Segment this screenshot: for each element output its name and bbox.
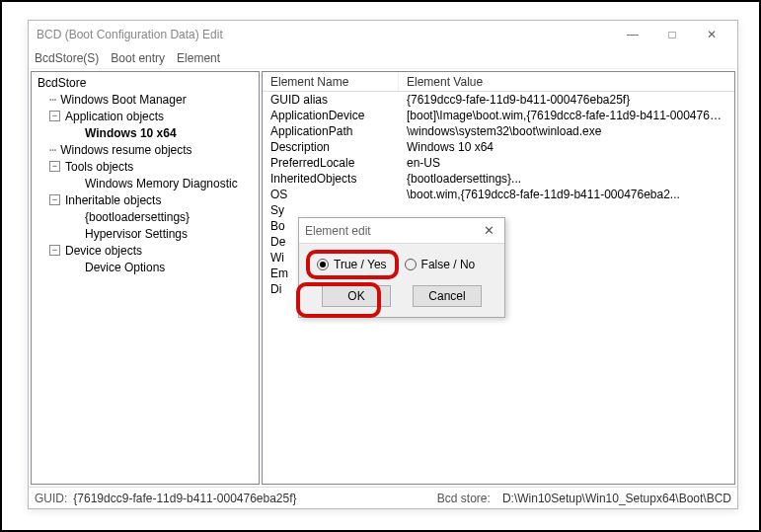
maximize-button[interactable]: □	[652, 23, 692, 46]
tree-wrobj[interactable]: Windows resume objects	[58, 143, 193, 157]
status-guid-value: {7619dcc9-fafe-11d9-b411-000476eba25f}	[73, 492, 296, 505]
tree-appobj[interactable]: Application objects	[63, 110, 166, 123]
titlebar: BCD (Boot Configuration Data) Edit — □ ✕	[29, 21, 737, 48]
ok-button[interactable]: OK	[322, 285, 391, 307]
menu-bootentry[interactable]: Boot entry	[111, 51, 165, 65]
column-element-name[interactable]: Element Name	[263, 72, 399, 91]
collapse-icon[interactable]: −	[49, 111, 60, 121]
minimize-button[interactable]: —	[613, 23, 652, 46]
tree-wbm[interactable]: Windows Boot Manager	[58, 93, 188, 107]
radio-icon	[405, 259, 417, 270]
close-button[interactable]: ✕	[692, 23, 731, 46]
tree-tools[interactable]: Tools objects	[63, 160, 135, 174]
status-guid-label: GUID:	[35, 492, 67, 505]
collapse-icon[interactable]: −	[49, 194, 60, 205]
tree-win10[interactable]: Windows 10 x64	[83, 126, 179, 140]
radio-true[interactable]: True / Yes	[317, 258, 387, 271]
dialog-close-icon[interactable]: ✕	[480, 223, 498, 238]
status-store-value: D:\Win10Setup\Win10_Setupx64\Boot\BCD	[502, 492, 731, 505]
dialog-titlebar: Element edit ✕	[299, 218, 504, 244]
tree-bootset[interactable]: {bootloadersettings}	[83, 210, 191, 224]
list-header: Element Name Element Value	[263, 72, 734, 92]
tree-inherit[interactable]: Inheritable objects	[63, 193, 163, 207]
cancel-button[interactable]: Cancel	[413, 285, 482, 307]
element-edit-dialog: Element edit ✕ True / Yes False / No OK …	[298, 217, 505, 318]
column-element-value[interactable]: Element Value	[399, 72, 734, 91]
dialog-title: Element edit	[305, 224, 480, 238]
radio-group: True / Yes False / No	[309, 258, 495, 271]
tree-bcdstore[interactable]: BcdStore	[36, 76, 88, 90]
tree-hyperv[interactable]: Hypervisor Settings	[83, 227, 190, 241]
menu-element[interactable]: Element	[177, 51, 220, 65]
statusbar: GUID: {7619dcc9-fafe-11d9-b411-000476eba…	[29, 487, 737, 508]
window-title: BCD (Boot Configuration Data) Edit	[37, 28, 613, 41]
tree-devobj[interactable]: Device objects	[63, 244, 144, 258]
menubar: BcdStore(S) Boot entry Element	[29, 48, 737, 68]
tree-pane[interactable]: BcdStore ⋯Windows Boot Manager −Applicat…	[31, 71, 260, 485]
menu-bcdstore[interactable]: BcdStore(S)	[35, 51, 99, 65]
collapse-icon[interactable]: −	[49, 245, 60, 256]
radio-false[interactable]: False / No	[405, 258, 476, 271]
collapse-icon[interactable]: −	[49, 161, 60, 172]
status-store-label: Bcd store:	[437, 492, 491, 505]
tree-memdiag[interactable]: Windows Memory Diagnostic	[83, 177, 240, 190]
tree-devopt[interactable]: Device Options	[83, 261, 167, 274]
radio-icon	[317, 259, 329, 270]
